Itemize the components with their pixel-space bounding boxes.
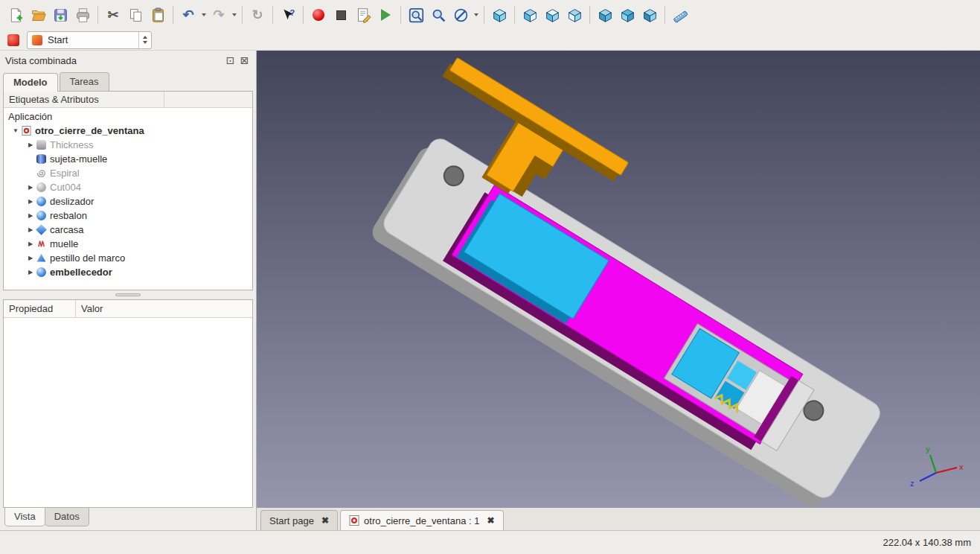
measure-distance-button[interactable]	[669, 4, 691, 26]
tab-document-view[interactable]: otro_cierre_de_ventana : 1 ✖	[340, 510, 503, 530]
view-left-button[interactable]	[638, 4, 661, 26]
expander-icon[interactable]: ▶	[25, 241, 36, 247]
3d-view-area[interactable]: x y z	[257, 51, 980, 508]
macro-edit-button[interactable]	[352, 4, 374, 26]
tab-datos[interactable]: Datos	[45, 508, 89, 526]
expander-icon[interactable]: ▶	[25, 226, 36, 233]
expander-icon[interactable]: ▶	[25, 269, 36, 276]
freecad-document-icon	[22, 126, 31, 136]
toolbar-separator	[272, 6, 273, 24]
tree-column-header[interactable]: Etiquetas & Atributos	[4, 92, 252, 108]
thickness-icon	[36, 140, 46, 150]
left-view-cube-icon	[642, 7, 658, 23]
view-bottom-button[interactable]	[616, 4, 638, 26]
refresh-button[interactable]: ↻	[246, 4, 269, 26]
zoom-fit-selection-button[interactable]	[427, 4, 449, 26]
item-label: deslizador	[50, 196, 94, 207]
new-document-button[interactable]	[4, 4, 27, 26]
expander-icon[interactable]: ▶	[25, 198, 36, 205]
record-icon	[313, 9, 324, 21]
undo-button[interactable]: ↶	[177, 4, 199, 26]
tab-vista[interactable]: Vista	[4, 508, 45, 526]
view-right-button[interactable]	[563, 4, 586, 26]
print-button[interactable]	[71, 4, 94, 26]
part-icon	[36, 211, 46, 220]
axis-z-label: z	[910, 479, 915, 488]
edit-macro-icon	[356, 7, 371, 23]
view-isometric-button[interactable]	[488, 4, 510, 26]
tree-item-resbalon[interactable]: ▶ resbalon	[4, 208, 252, 223]
copy-button[interactable]	[124, 4, 147, 26]
panel-splitter[interactable]	[0, 290, 256, 299]
view-rear-button[interactable]	[594, 4, 616, 26]
view-top-button[interactable]	[541, 4, 563, 26]
tree-item-muelle[interactable]: ▶ muelle	[4, 237, 252, 251]
tree-item-espiral[interactable]: Espiral	[4, 166, 252, 180]
redo-dropdown-arrow-icon[interactable]	[230, 4, 238, 26]
close-tab-icon[interactable]: ✖	[321, 515, 329, 526]
close-tab-icon[interactable]: ✖	[487, 515, 494, 526]
workbench-selector[interactable]: Start	[27, 31, 152, 49]
paste-button[interactable]	[147, 4, 169, 26]
whats-this-icon: ?	[281, 7, 296, 23]
tab-tareas[interactable]: Tareas	[60, 72, 109, 91]
tab-start-page[interactable]: Start page ✖	[260, 510, 338, 530]
expander-icon[interactable]: ▶	[25, 255, 36, 261]
open-document-button[interactable]	[27, 4, 49, 26]
part-icon	[36, 197, 46, 206]
tree-item-carcasa[interactable]: ▶ carcasa	[4, 223, 252, 237]
zoom-fit-selection-icon	[431, 7, 446, 23]
spinner-down-icon[interactable]	[143, 41, 147, 44]
tab-modelo[interactable]: Modelo	[3, 73, 58, 92]
save-document-button[interactable]	[49, 4, 71, 26]
tree-item-pestillo-del-marco[interactable]: ▶ pestillo del marco	[4, 251, 252, 265]
whats-this-button[interactable]: ?	[277, 4, 299, 26]
zoom-fit-all-icon	[409, 7, 424, 23]
undo-dropdown-arrow-icon[interactable]	[199, 4, 208, 26]
panel-float-icon[interactable]: ⊡	[224, 54, 237, 67]
part-icon	[36, 267, 46, 277]
axis-y-label: y	[926, 445, 930, 453]
undo-icon: ↶	[182, 8, 193, 22]
status-bar: 222.04 x 140.38 mm	[0, 530, 980, 554]
property-header[interactable]: Propiedad Valor	[4, 300, 252, 318]
tree-header-label: Etiquetas & Atributos	[4, 92, 164, 107]
spinner-up-icon[interactable]	[143, 36, 147, 39]
tree-item-sujeta-muelle[interactable]: sujeta-muelle	[4, 152, 252, 166]
draw-style-dropdown-arrow-icon[interactable]	[472, 4, 480, 26]
item-label: Cut004	[50, 182, 81, 193]
cut-button[interactable]: ✂	[102, 4, 124, 26]
axis-x-label: x	[959, 462, 964, 471]
mdi-tab-bar: Start page ✖ otro_cierre_de_ventana : 1 …	[257, 508, 980, 530]
right-view-cube-icon	[567, 7, 583, 23]
save-icon	[53, 7, 68, 23]
application-label: Aplicación	[8, 111, 52, 122]
workbench-spinner[interactable]	[138, 32, 151, 48]
tree-root-application[interactable]: Aplicación	[4, 109, 252, 124]
item-label: Thickness	[50, 139, 94, 150]
macro-record-button[interactable]	[307, 4, 330, 26]
panel-close-icon[interactable]: ⊠	[238, 54, 251, 67]
expander-icon[interactable]: ▶	[25, 141, 36, 148]
expander-icon[interactable]: ▶	[25, 212, 36, 219]
view-front-button[interactable]	[519, 4, 541, 26]
zoom-fit-all-button[interactable]	[405, 4, 427, 26]
app-icon[interactable]	[7, 34, 19, 46]
tree-document-row[interactable]: ▼ otro_cierre_de_ventana	[4, 124, 252, 138]
expander-icon[interactable]: ▶	[25, 184, 36, 191]
macro-stop-button[interactable]	[330, 4, 352, 26]
refresh-icon: ↻	[252, 8, 263, 22]
tree-item-deslizador[interactable]: ▶ deslizador	[4, 194, 252, 208]
macro-play-button[interactable]	[374, 4, 397, 26]
3d-scene[interactable]: x y z	[257, 51, 980, 508]
tree-item-cut004[interactable]: ▶ Cut004	[4, 180, 252, 194]
combo-view-tabs: Modelo Tareas	[0, 70, 256, 91]
item-label: embellecedor	[50, 267, 112, 278]
expander-open-icon[interactable]: ▼	[10, 127, 22, 134]
tree-item-thickness[interactable]: ▶ Thickness	[4, 138, 252, 152]
tree-item-embellecedor[interactable]: ▶ embellecedor	[4, 265, 252, 279]
redo-button[interactable]: ↷	[208, 4, 230, 26]
start-page-tab-label: Start page	[269, 515, 314, 526]
workbench-selected-value: Start	[48, 34, 138, 45]
draw-style-button[interactable]	[449, 4, 472, 26]
